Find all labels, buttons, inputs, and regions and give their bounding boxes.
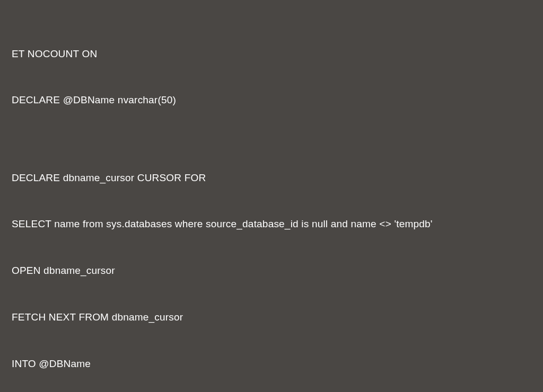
code-line: SELECT name from sys.databases where sou…	[12, 216, 531, 231]
code-line: DECLARE dbname_cursor CURSOR FOR	[12, 170, 531, 185]
code-line: INTO @DBName	[12, 356, 531, 371]
code-line: DECLARE @DBName nvarchar(50)	[12, 92, 531, 108]
code-line: OPEN dbname_cursor	[12, 263, 531, 278]
code-line: ET NOCOUNT ON	[12, 46, 531, 61]
sql-code-block: ET NOCOUNT ON DECLARE @DBName nvarchar(5…	[12, 15, 531, 392]
code-line: FETCH NEXT FROM dbname_cursor	[12, 309, 531, 325]
